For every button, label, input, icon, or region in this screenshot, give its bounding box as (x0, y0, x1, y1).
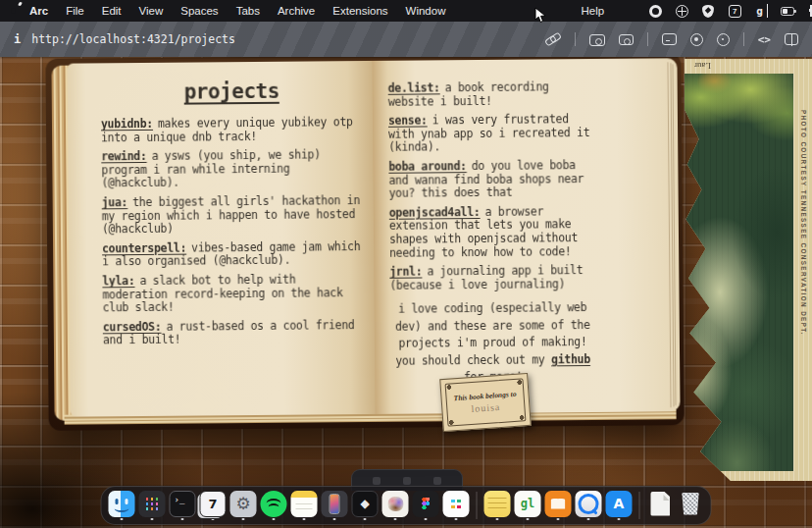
dock-gl-app[interactable]: gl (515, 491, 541, 521)
dock-iphone-mirroring[interactable] (322, 491, 348, 521)
menu-arc[interactable]: Arc (21, 5, 57, 17)
project-entry-boba-around: boba around:do you love boba and wanna f… (388, 159, 593, 201)
split-view-icon[interactable] (785, 33, 798, 45)
menu-file[interactable]: File (57, 5, 93, 17)
finder-icon (109, 491, 135, 517)
site-info-icon[interactable]: i (14, 32, 21, 46)
launchpad-icon (139, 491, 166, 517)
stickies-icon (484, 491, 511, 517)
trash-icon (678, 491, 704, 517)
input-grid-icon[interactable] (675, 4, 688, 18)
dock-finder[interactable] (109, 491, 135, 521)
g-letter-icon[interactable]: g (754, 4, 768, 18)
calendar-icon: 7 (200, 491, 227, 517)
dock-trash[interactable] (678, 491, 704, 521)
bookplate-label: This book belongs to louisa (439, 373, 532, 432)
calendar-7-icon[interactable]: 7 (728, 4, 741, 18)
github-link[interactable]: github (551, 352, 590, 366)
copy-link-icon[interactable] (545, 32, 561, 46)
project-link-rewind[interactable]: rewind: (101, 149, 146, 163)
dock-stickies[interactable] (484, 491, 511, 521)
menu-bar: Arc File Edit View Spaces Tabs Archive E… (0, 0, 812, 22)
menu-spaces[interactable]: Spaces (172, 5, 227, 17)
page-title: projects (101, 79, 363, 104)
cube-app-icon (352, 491, 379, 517)
dock-cube-app[interactable] (352, 491, 379, 521)
project-link-jrnl[interactable]: jrnl: (389, 265, 422, 279)
gl-app-icon: gl (515, 491, 541, 517)
project-entry-lyla: lyla:a slack bot to help with moderation… (102, 273, 364, 315)
pointer-circle-icon[interactable] (648, 4, 662, 18)
postcard-corner-text: Laur (694, 61, 711, 71)
project-link-cursedos[interactable]: cursedOS: (103, 320, 162, 335)
dock-app-store[interactable]: A (606, 491, 633, 521)
bookplate-owner: louisa (471, 401, 501, 414)
dev-console-icon[interactable] (662, 33, 677, 45)
dock-terminal[interactable]: ›_ (170, 491, 196, 521)
project-link-boba-around[interactable]: boba around: (388, 159, 467, 174)
menu-edit[interactable]: Edit (93, 5, 130, 17)
project-entry-jrnl: jrnl:a journaling app i built (because i… (389, 264, 594, 292)
screenshot-camera-icon[interactable] (619, 34, 634, 45)
utensils-icon[interactable] (807, 4, 812, 18)
project-link-sense[interactable]: sense: (388, 114, 428, 128)
book-left-page: projects yubidnb:makes every unique yubi… (67, 61, 375, 417)
spotify-icon (261, 491, 287, 517)
pip-icon[interactable] (589, 34, 605, 46)
menu-window[interactable]: Window (397, 5, 455, 17)
dock-system-settings[interactable] (230, 491, 257, 521)
menu-view[interactable]: View (130, 5, 173, 17)
toolbar-divider (743, 32, 744, 46)
dock-pdf-document[interactable] (647, 491, 674, 521)
project-link-delist[interactable]: de.list: (388, 80, 440, 94)
menu-tabs[interactable]: Tabs (228, 5, 269, 17)
project-entry-cursedos: cursedOS:a rust-based os a cool friend a… (103, 319, 365, 348)
toolbar-divider (575, 32, 576, 46)
toolbar-divider (647, 32, 648, 46)
pdf-document-icon (647, 491, 674, 517)
project-text: the biggest all girls' hackathon in my r… (102, 193, 360, 236)
dock-slack[interactable] (443, 491, 470, 521)
dock-spotify[interactable] (261, 491, 287, 521)
project-link-counterspell[interactable]: counterspell: (102, 240, 186, 255)
code-view-icon[interactable]: <> (758, 33, 771, 46)
menu-help[interactable]: Help (572, 5, 613, 17)
app-store-icon: A (606, 491, 633, 517)
dock: ›_ 7 gl A (101, 486, 712, 526)
books-icon (545, 491, 572, 517)
dock-figma[interactable] (413, 491, 439, 521)
dock-divider (639, 492, 640, 519)
mouse-cursor (534, 7, 547, 24)
battery-icon[interactable] (781, 4, 794, 18)
dock-launchpad[interactable] (139, 491, 166, 521)
notes-icon (291, 491, 318, 517)
arc-browser-icon (382, 491, 409, 517)
iphone-mirroring-icon (322, 491, 348, 517)
media-wheel-icon[interactable] (690, 33, 703, 46)
dock-calendar[interactable]: 7 (200, 491, 227, 521)
browser-toolbar: i http://localhost:4321/projects <> (0, 22, 812, 57)
dock-notes[interactable] (291, 491, 318, 521)
book-right-page: de.list:a book recording website i built… (372, 58, 680, 414)
project-link-yubidnb[interactable]: yubidnb: (101, 117, 153, 131)
menu-archive[interactable]: Archive (269, 5, 324, 17)
open-book-page: projects yubidnb:makes every unique yubi… (53, 58, 680, 417)
settings-gear-icon (230, 491, 257, 517)
shield-icon[interactable] (701, 4, 715, 18)
project-link-jua[interactable]: jua: (102, 195, 128, 209)
address-bar[interactable]: http://localhost:4321/projects (31, 32, 235, 46)
toolbar-actions: <> (545, 32, 798, 46)
dock-arc-browser[interactable] (382, 491, 409, 521)
dock-books[interactable] (545, 491, 572, 521)
project-link-lyla[interactable]: lyla: (102, 274, 134, 288)
figma-icon (413, 491, 439, 517)
project-link-openjscad4all[interactable]: openjscad4all: (389, 205, 481, 220)
dock-quicktime[interactable] (576, 491, 602, 521)
menu-extensions[interactable]: Extensions (324, 5, 396, 17)
project-entry-rewind: rewind:a ysws (you ship, we ship) progra… (101, 148, 363, 190)
closing-paragraph: i love coding (especially web dev) and t… (390, 299, 596, 387)
torn-postcard: Laur PHOTO COURTESY TENNESSEE CONSERVATI… (681, 59, 812, 481)
project-entry-yubidnb: yubidnb:makes every unique yubikey otp i… (101, 116, 363, 145)
project-entry-jua: jua:the biggest all girls' hackathon in … (102, 194, 364, 237)
element-picker-icon[interactable] (717, 33, 730, 46)
